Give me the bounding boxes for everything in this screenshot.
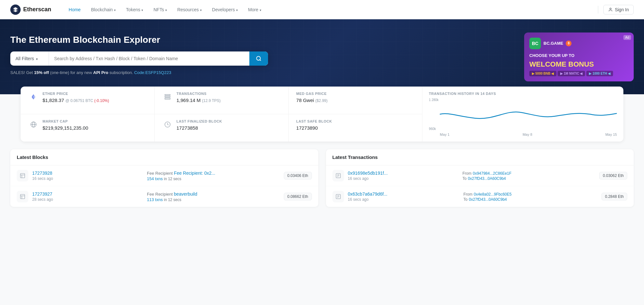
blockchain-chevron-icon bbox=[114, 7, 116, 12]
promo-code-link[interactable]: Code:ESFP15Q223 bbox=[134, 70, 171, 75]
nav-developers[interactable]: Developers bbox=[207, 5, 242, 15]
hero-section: The Ethereum Blockchain Explorer All Fil… bbox=[0, 19, 644, 94]
ad-bonus-bnb: ▶ 5000 BNB ◀ bbox=[529, 71, 556, 76]
svg-rect-13 bbox=[165, 98, 170, 99]
ad-badge: 8 bbox=[566, 40, 572, 46]
user-icon bbox=[608, 7, 613, 12]
tx-hash-link[interactable]: 0x91698e5db191f... bbox=[348, 171, 388, 176]
block-meta: Fee Recipient beaverbuild 113 txns in 12… bbox=[147, 191, 280, 202]
chart-y-axis: 1 280k 960k bbox=[429, 98, 438, 136]
fee-recipient-link[interactable]: beaverbuild bbox=[174, 191, 197, 197]
search-icon bbox=[256, 56, 262, 61]
stats-container: ETHER PRICE $1,828.37 @ 0.06751 BTC (-0.… bbox=[0, 87, 644, 142]
latest-transactions-panel: Latest Transactions 0x91698e5db191f... 1… bbox=[326, 149, 634, 207]
search-input[interactable] bbox=[49, 51, 249, 66]
market-cap-stat: MARKET CAP $219,929,151,235.00 bbox=[21, 114, 154, 142]
ether-price-value: $1,828.37 @ 0.06751 BTC (-0.10%) bbox=[43, 97, 109, 103]
last-safe-value: 17273890 bbox=[296, 125, 415, 131]
discount-text: 15% off bbox=[34, 70, 49, 75]
block-txns-link[interactable]: 113 txns bbox=[147, 197, 163, 202]
svg-point-1 bbox=[256, 56, 260, 60]
transactions-icon bbox=[162, 92, 173, 102]
nav-tokens[interactable]: Tokens bbox=[121, 5, 148, 15]
block-time: 28 secs ago bbox=[32, 197, 143, 202]
block-item: 17273927 28 secs ago Fee Recipient beave… bbox=[10, 186, 318, 207]
latest-transactions-header: Latest Transactions bbox=[326, 149, 634, 165]
nav-divider bbox=[598, 6, 598, 14]
chart-block: TRANSACTION HISTORY IN 14 DAYS 1 280k 96… bbox=[422, 87, 623, 142]
tx-icon bbox=[332, 170, 344, 181]
svg-point-0 bbox=[610, 8, 611, 9]
block-meta: Fee Recipient Fee Recipient: 0x2... 154 … bbox=[147, 171, 280, 181]
ether-price-label: ETHER PRICE bbox=[43, 92, 109, 96]
block-main: 17273927 28 secs ago bbox=[32, 191, 143, 202]
nav-nfts[interactable]: NFTs bbox=[149, 5, 171, 15]
block-icon bbox=[17, 170, 28, 181]
block-time: 16 secs ago bbox=[32, 176, 143, 181]
main-content: Latest Blocks 17273928 16 secs ago Fee R… bbox=[0, 142, 644, 215]
transactions-stat: TRANSACTIONS 1,969.14 M (12.9 TPS) bbox=[155, 87, 288, 114]
block-amount: 0.03406 Eth bbox=[284, 172, 312, 180]
search-button[interactable] bbox=[249, 51, 268, 66]
signin-button[interactable]: Sign In bbox=[603, 5, 634, 14]
last-finalized-stat: LAST FINALIZED BLOCK 17273858 bbox=[155, 114, 288, 142]
developers-chevron-icon bbox=[236, 7, 238, 12]
market-cap-label: MARKET CAP bbox=[43, 119, 88, 123]
api-pro-text: API Pro bbox=[93, 70, 108, 75]
nav-blockchain[interactable]: Blockchain bbox=[86, 5, 120, 15]
fee-recipient-link[interactable]: Fee Recipient: 0x2... bbox=[174, 171, 215, 176]
block-amount: 0.08662 Eth bbox=[284, 193, 312, 200]
tx-hash-link[interactable]: 0x63cb7a6a79d6f... bbox=[348, 191, 388, 197]
market-cap-value: $219,929,151,235.00 bbox=[43, 125, 88, 131]
tx-from-row: From 0x4e8a02...9Fbc60E5 bbox=[464, 192, 598, 197]
chart-area: May 1 May 8 May 15 bbox=[440, 98, 617, 136]
nfts-chevron-icon bbox=[165, 7, 167, 12]
latest-blocks-header: Latest Blocks bbox=[10, 149, 318, 165]
last-finalized-value: 17273858 bbox=[177, 125, 222, 131]
tx-time: 16 secs ago bbox=[348, 197, 460, 202]
block-item: 17273928 16 secs ago Fee Recipient Fee R… bbox=[10, 165, 318, 186]
tx-amount: 0.03062 Eth bbox=[599, 172, 627, 180]
ad-bonuses: ▶ 5000 BNB ◀ ▶ 1M MATIC ◀ ▶ 1000 ETH ◀ bbox=[529, 71, 629, 76]
tokens-chevron-icon bbox=[141, 7, 143, 12]
block-txns-link[interactable]: 154 txns bbox=[147, 176, 163, 181]
tx-from-row: From 0x947984...2C86Ee1F bbox=[462, 171, 595, 176]
hero-title: The Ethereum Blockchain Explorer bbox=[10, 35, 268, 45]
filter-chevron-icon bbox=[36, 56, 38, 61]
tx-from-link[interactable]: 0x4e8a02...9Fbc60E5 bbox=[474, 192, 512, 197]
tx-to-link[interactable]: 0x27fD43...0A60C9b4 bbox=[469, 197, 507, 202]
hero-content: The Ethereum Blockchain Explorer All Fil… bbox=[10, 35, 268, 75]
block-number-link[interactable]: 17273928 bbox=[32, 171, 52, 176]
logo-icon bbox=[10, 5, 21, 15]
fee-recipient-line: Fee Recipient Fee Recipient: 0x2... bbox=[147, 171, 280, 176]
nav-more[interactable]: More bbox=[244, 5, 266, 15]
last-safe-stat: LAST SAFE BLOCK 17273890 bbox=[289, 114, 422, 142]
market-cap-info: MARKET CAP $219,929,151,235.00 bbox=[43, 119, 88, 131]
svg-rect-12 bbox=[165, 96, 170, 97]
filter-label: All Filters bbox=[15, 56, 34, 61]
gas-price-label: MED GAS PRICE bbox=[296, 92, 415, 96]
block-finalized-icon bbox=[162, 119, 173, 130]
block-number-link[interactable]: 17273927 bbox=[32, 191, 52, 197]
filter-dropdown[interactable]: All Filters bbox=[10, 51, 49, 66]
tx-to-link[interactable]: 0x27fD43...0A60C9b4 bbox=[468, 176, 506, 181]
navbar: Etherscan Home Blockchain Tokens NFTs Re… bbox=[0, 0, 644, 19]
transactions-value: 1,969.14 M (12.9 TPS) bbox=[177, 97, 221, 103]
ether-price-info: ETHER PRICE $1,828.37 @ 0.06751 BTC (-0.… bbox=[43, 92, 109, 103]
nav-home[interactable]: Home bbox=[64, 5, 85, 15]
logo[interactable]: Etherscan bbox=[10, 5, 51, 15]
tx-to-row: To 0x27fD43...0A60C9b4 bbox=[464, 197, 598, 202]
nav-resources[interactable]: Resources bbox=[173, 5, 206, 15]
block-icon bbox=[17, 191, 28, 202]
tx-from-to: From 0x947984...2C86Ee1F To 0x27fD43...0… bbox=[462, 171, 595, 181]
nav-right: Sign In bbox=[598, 5, 634, 14]
ad-logo-icon: BC bbox=[529, 37, 541, 49]
fee-recipient-line: Fee Recipient beaverbuild bbox=[147, 191, 280, 197]
transactions-info: TRANSACTIONS 1,969.14 M (12.9 TPS) bbox=[177, 92, 221, 103]
svg-rect-11 bbox=[165, 95, 170, 96]
tx-amount: 0.2848 Eth bbox=[601, 193, 627, 200]
ad-banner[interactable]: Ad BC BC.GAME 8 CHOOSE YOUR UP TO WELCOM… bbox=[524, 32, 634, 81]
tx-from-link[interactable]: 0x947984...2C86Ee1F bbox=[473, 171, 511, 176]
gas-price-stat: MED GAS PRICE 78 Gwei ($2.99) bbox=[289, 87, 422, 114]
tx-item: 0x63cb7a6a79d6f... 16 secs ago From 0x4e… bbox=[326, 186, 634, 207]
